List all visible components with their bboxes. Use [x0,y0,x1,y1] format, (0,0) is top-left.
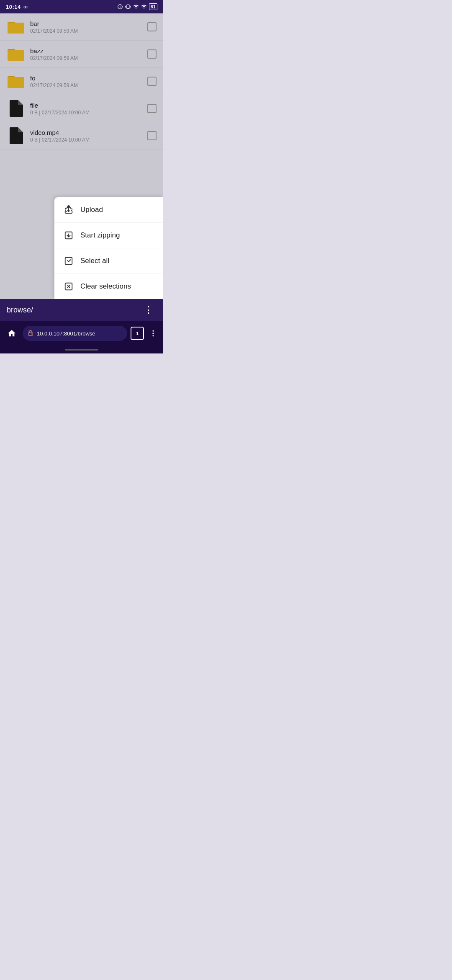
svg-point-20 [152,330,154,332]
wifi-icon [133,4,139,10]
tab-count: 1 [136,331,139,336]
svg-rect-14 [65,258,72,265]
bottom-bar: browse/ ⋮ [0,299,163,321]
menu-label-select-all: Select all [80,257,109,265]
menu-item-clear-selections[interactable]: Clear selections [54,274,163,299]
battery-icon: 61 [149,3,157,10]
signal-icon [141,4,147,10]
no-lock-icon [28,330,33,337]
alarm-icon [117,4,123,10]
nav-pill [65,349,98,351]
current-path: browse/ [7,306,33,315]
clear-icon [63,281,74,292]
menu-item-upload[interactable]: Upload [54,197,163,223]
file-list: bar 02/17/2024 09:59 AM bazz 02/17/2024 … [0,13,163,299]
status-bar: 10:14 ∞ 61 [0,0,163,13]
browser-chrome: 10.0.0.107:8001/browse 1 [0,321,163,346]
menu-label-upload: Upload [80,206,103,214]
browser-tab-button[interactable]: 1 [131,327,144,340]
nav-bar [0,346,163,353]
browser-url-text: 10.0.0.107:8001/browse [37,330,122,337]
status-infinity: ∞ [23,3,28,10]
more-options-button[interactable]: ⋮ [141,303,157,317]
zip-icon [63,230,74,241]
select-all-icon [63,255,74,267]
status-time: 10:14 [6,4,21,10]
upload-icon [63,204,74,216]
browser-home-button[interactable] [4,326,19,341]
browser-menu-button[interactable] [147,328,159,339]
svg-point-22 [152,335,154,336]
menu-label-start-zipping: Start zipping [80,231,120,240]
menu-item-select-all[interactable]: Select all [54,248,163,274]
menu-label-clear-selections: Clear selections [80,282,131,291]
browser-url-bar[interactable]: 10.0.0.107:8001/browse [23,326,127,341]
vibrate-icon [125,4,131,10]
context-menu: Upload Start zipping Select all [54,197,163,299]
status-icons: 61 [117,3,157,10]
menu-item-start-zipping[interactable]: Start zipping [54,223,163,248]
svg-point-21 [152,333,154,334]
